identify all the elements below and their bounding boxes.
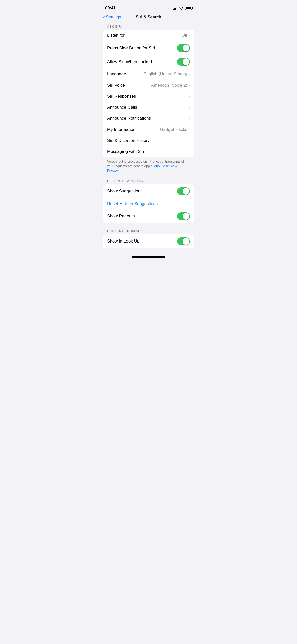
- siri-voice-label: Siri Voice: [107, 83, 151, 88]
- chevron-right-icon: ›: [189, 33, 190, 37]
- show-in-look-up-toggle[interactable]: [177, 237, 190, 245]
- listen-for-label: Listen for: [107, 33, 182, 38]
- home-indicator-area: [99, 248, 198, 261]
- before-searching-header: BEFORE SEARCHING: [99, 179, 198, 184]
- show-suggestions-toggle[interactable]: [177, 187, 190, 195]
- messaging-with-siri-item[interactable]: Messaging with Siri ›: [103, 146, 194, 157]
- chevron-right-icon: ›: [189, 83, 190, 87]
- content-from-apple-header: CONTENT FROM APPLE: [99, 229, 198, 234]
- battery-fill: [186, 7, 191, 9]
- press-side-button-item: Press Side Button for Siri: [103, 41, 194, 55]
- ask-siri-header: ASK SIRI: [99, 25, 198, 30]
- toggle-thumb: [183, 58, 189, 65]
- reset-hidden-suggestions-label: Reset Hidden Suggestions: [107, 201, 158, 206]
- language-label: Language: [107, 72, 143, 77]
- page-title: Siri & Search: [136, 15, 161, 20]
- show-recents-label: Show Recents: [107, 214, 177, 219]
- my-information-value: Gadget Hacks: [160, 127, 187, 132]
- show-suggestions-label: Show Suggestions: [107, 189, 177, 194]
- back-label: Settings: [106, 15, 121, 20]
- chevron-right-icon: ›: [189, 139, 190, 143]
- siri-voice-item[interactable]: Siri Voice American (Voice 2) ›: [103, 80, 194, 91]
- before-searching-section: BEFORE SEARCHING Show Suggestions Reset …: [99, 179, 198, 223]
- allow-locked-toggle[interactable]: [177, 58, 190, 66]
- chevron-right-icon: ›: [189, 72, 190, 76]
- my-information-label: My Information: [107, 127, 160, 132]
- toggle-thumb: [183, 188, 189, 195]
- language-value: English (United States): [143, 72, 187, 77]
- show-in-look-up-label: Show in Look Up: [107, 239, 177, 244]
- listen-for-value: Off: [182, 33, 187, 38]
- siri-voice-value: American (Voice 2): [151, 83, 187, 88]
- chevron-right-icon: ›: [189, 105, 190, 109]
- announce-calls-item[interactable]: Announce Calls ›: [103, 102, 194, 113]
- show-recents-item: Show Recents: [103, 209, 194, 223]
- chevron-right-icon: ›: [189, 116, 190, 120]
- ask-siri-section: ASK SIRI Listen for Off › Press Side But…: [99, 25, 198, 177]
- allow-locked-item: Allow Siri When Locked: [103, 55, 194, 69]
- status-bar: 09:41: [99, 0, 198, 13]
- signal-icon: [173, 7, 177, 10]
- content-from-apple-section: CONTENT FROM APPLE Show in Look Up: [99, 229, 198, 248]
- back-chevron-icon: ‹: [103, 14, 105, 20]
- my-information-item[interactable]: My Information Gadget Hacks ›: [103, 124, 194, 135]
- nav-header: ‹ Settings Siri & Search: [99, 13, 198, 23]
- announce-notifications-label: Announce Notifications: [107, 116, 189, 121]
- wifi-icon: [179, 7, 183, 10]
- messaging-with-siri-label: Messaging with Siri: [107, 149, 189, 154]
- chevron-right-icon: ›: [189, 94, 190, 98]
- press-side-button-toggle[interactable]: [177, 44, 190, 52]
- siri-dictation-history-item[interactable]: Siri & Dictation History ›: [103, 135, 194, 146]
- status-time: 09:41: [105, 6, 116, 11]
- before-searching-card: Show Suggestions Reset Hidden Suggestion…: [103, 184, 194, 223]
- toggle-thumb: [183, 213, 189, 220]
- reset-hidden-suggestions-item[interactable]: Reset Hidden Suggestions: [103, 198, 194, 209]
- back-button[interactable]: ‹ Settings: [103, 14, 121, 20]
- chevron-right-icon: ›: [189, 150, 190, 154]
- home-indicator: [132, 256, 165, 258]
- language-item[interactable]: Language English (United States) ›: [103, 69, 194, 80]
- siri-responses-item[interactable]: Siri Responses ›: [103, 91, 194, 102]
- ask-siri-card: Listen for Off › Press Side Button for S…: [103, 30, 194, 157]
- chevron-right-icon: ›: [189, 128, 190, 132]
- ask-siri-footer: Voice input is processed on iPhone, but …: [99, 157, 198, 177]
- show-in-look-up-item: Show in Look Up: [103, 234, 194, 248]
- status-icons: [173, 7, 192, 10]
- show-suggestions-item: Show Suggestions: [103, 184, 194, 198]
- press-side-button-label: Press Side Button for Siri: [107, 46, 177, 51]
- listen-for-item[interactable]: Listen for Off ›: [103, 30, 194, 41]
- show-recents-toggle[interactable]: [177, 212, 190, 220]
- toggle-thumb: [183, 45, 189, 51]
- siri-dictation-history-label: Siri & Dictation History: [107, 138, 189, 143]
- allow-locked-label: Allow Siri When Locked: [107, 59, 177, 64]
- battery-icon: [185, 7, 192, 10]
- content-from-apple-card: Show in Look Up: [103, 234, 194, 248]
- toggle-thumb: [183, 238, 189, 245]
- announce-calls-label: Announce Calls: [107, 105, 189, 110]
- siri-responses-label: Siri Responses: [107, 94, 189, 99]
- announce-notifications-item[interactable]: Announce Notifications ›: [103, 113, 194, 124]
